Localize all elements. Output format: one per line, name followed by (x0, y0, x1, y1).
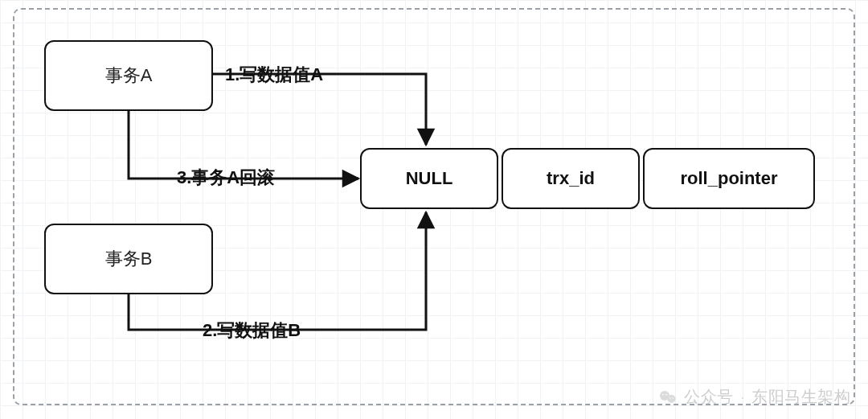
row-cell-rollpointer-text: roll_pointer (680, 168, 777, 189)
svg-point-2 (662, 393, 664, 395)
row-cell-trxid-text: trx_id (547, 168, 595, 189)
svg-point-3 (666, 393, 668, 395)
svg-point-1 (668, 395, 676, 403)
node-transaction-a-label: 事务A (105, 64, 153, 88)
row-cell-value-text: NULL (406, 168, 453, 189)
edge-label-2: 2.写数据值B (203, 318, 301, 343)
watermark-separator: · (740, 388, 745, 406)
wechat-icon (658, 388, 678, 407)
edge-label-1: 1.写数据值A (225, 63, 323, 87)
edge-label-3: 3.事务A回滚 (177, 166, 275, 190)
node-transaction-b-label: 事务B (105, 247, 153, 271)
node-transaction-b: 事务B (44, 224, 213, 294)
row-cell-rollpointer: roll_pointer (643, 148, 815, 209)
watermark-name: 东阳马生架构 (751, 386, 850, 408)
svg-point-4 (669, 397, 671, 399)
node-transaction-a: 事务A (44, 40, 213, 111)
watermark: 公众号 · 东阳马生架构 (658, 386, 850, 408)
row-cell-value: NULL (360, 148, 498, 209)
row-cell-trxid: trx_id (502, 148, 640, 209)
watermark-prefix: 公众号 (684, 386, 734, 408)
svg-point-5 (673, 397, 674, 399)
